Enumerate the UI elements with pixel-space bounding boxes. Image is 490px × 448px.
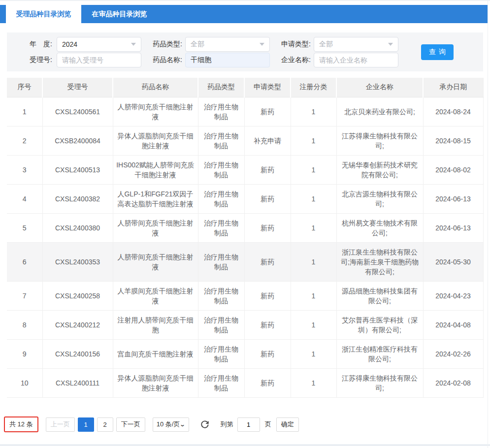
- chevron-down-icon: [388, 43, 393, 46]
- cell-seq: 9: [7, 339, 42, 368]
- confirm-button[interactable]: 确定: [276, 417, 299, 432]
- col-drug-name: 药品名称: [113, 78, 198, 97]
- filter-row-1: 年 度: 2024 药品类型: 全部 申请类型: 全部: [7, 36, 483, 52]
- cell-apply-type: 新药: [244, 242, 291, 281]
- cell-apply-type: 补充申请: [244, 126, 291, 155]
- cell-date: 2024-08-02: [423, 155, 483, 184]
- col-accept-no: 受理号: [42, 78, 113, 97]
- col-apply-type: 申请类型: [244, 78, 291, 97]
- table-row: 2 CXSB2400084 异体人源脂肪间充质干细胞注射液 治疗用生物制品 补充…: [7, 126, 483, 155]
- cell-reg-class: 1: [291, 126, 336, 155]
- page-size-value: 10 条/页: [157, 420, 180, 429]
- cell-date: 2024-02-26: [423, 339, 483, 368]
- cell-reg-class: 1: [291, 339, 336, 368]
- cell-drug-name: 异体人源脂肪间充质干细胞注射液: [113, 368, 198, 397]
- apply-type-select[interactable]: 全部: [314, 37, 398, 52]
- total-count-badge: 共 12 条: [4, 416, 38, 432]
- refresh-icon[interactable]: [200, 419, 211, 430]
- cell-drug-type: 治疗用生物制品: [198, 281, 244, 310]
- goto-page-input[interactable]: [237, 417, 260, 432]
- col-company: 企业名称: [336, 78, 423, 97]
- cell-accept-no: CXSL2400156: [42, 339, 113, 368]
- cell-drug-name: 宫血间充质干细胞注射液: [113, 339, 198, 368]
- cell-reg-class: 1: [291, 213, 336, 242]
- col-date: 承办日期: [423, 78, 483, 97]
- filter-row-2: 受理号: 药品名称: 企业名称:: [7, 52, 483, 68]
- table-row: 3 CXSL2400513 IHS002赋能人脐带间充质干细胞注射液 治疗用生物…: [7, 155, 483, 184]
- cell-reg-class: 1: [291, 281, 336, 310]
- table-row: 7 CXSL2400258 人羊膜间充质干细胞注射液 治疗用生物制品 新药 1 …: [7, 281, 483, 310]
- chevron-down-icon: [260, 43, 264, 46]
- company-input[interactable]: [314, 53, 398, 67]
- cell-reg-class: 1: [291, 368, 336, 397]
- cell-date: 2024-02-08: [423, 368, 483, 397]
- cell-drug-name: 异体人源脂肪间充质干细胞注射液: [113, 126, 198, 155]
- cell-accept-no: CXSL2400353: [42, 242, 113, 281]
- cell-drug-type: 治疗用生物制品: [198, 368, 244, 397]
- cell-company: 源品细胞生物科技集团有限公司;: [336, 281, 423, 310]
- cell-date: 2024-06-13: [423, 213, 483, 242]
- tab-bar: 受理品种目录浏览 在审品种目录浏览: [0, 5, 488, 23]
- cell-drug-type: 治疗用生物制品: [198, 97, 244, 126]
- page-button-2[interactable]: 2: [97, 417, 113, 432]
- cell-accept-no: CXSL2400561: [42, 97, 113, 126]
- drug-name-input[interactable]: [185, 53, 270, 67]
- drug-name-label: 药品名称:: [147, 56, 182, 64]
- cell-apply-type: 新药: [244, 281, 291, 310]
- tab-accepted-catalog[interactable]: 受理品种目录浏览: [6, 5, 81, 23]
- cell-date: 2024-06-13: [423, 184, 483, 213]
- page-button-1[interactable]: 1: [78, 417, 94, 432]
- cell-accept-no: CXSL2400212: [42, 310, 113, 339]
- apply-type-label: 申请类型:: [275, 40, 311, 49]
- table-row: 8 CXSL2400212 注射用人脐带间充质干细胞 治疗用生物制品 新药 1 …: [7, 310, 483, 339]
- year-label: 年 度:: [24, 40, 52, 49]
- cell-apply-type: 新药: [244, 339, 291, 368]
- col-drug-type: 药品类型: [198, 78, 244, 97]
- cell-drug-type: 治疗用生物制品: [198, 213, 244, 242]
- cell-accept-no: CXSB2400084: [42, 126, 113, 155]
- bottom-divider: [0, 445, 490, 446]
- results-table-wrap: 序号 受理号 药品名称 药品类型 申请类型 注册分类 企业名称 承办日期 1 C…: [7, 78, 483, 398]
- next-page-button[interactable]: 下一页: [116, 417, 145, 432]
- cell-seq: 6: [7, 242, 42, 281]
- cell-drug-type: 治疗用生物制品: [198, 155, 244, 184]
- cell-date: 2024-08-15: [423, 126, 483, 155]
- cell-company: 杭州易文赛生物技术有限公司;: [336, 213, 423, 242]
- year-select[interactable]: 2024: [57, 37, 141, 52]
- table-row: 1 CXSL2400561 人脐带间充质干细胞注射液 治疗用生物制品 新药 1 …: [7, 97, 483, 126]
- cell-drug-type: 治疗用生物制品: [198, 310, 244, 339]
- cell-date: 2024-05-30: [423, 242, 483, 281]
- cell-date: 2024-04-08: [423, 310, 483, 339]
- search-button[interactable]: 查询: [421, 44, 454, 60]
- cell-apply-type: 新药: [244, 184, 291, 213]
- cell-reg-class: 1: [291, 242, 336, 281]
- cell-accept-no: CXSL2400382: [42, 184, 113, 213]
- accept-no-input[interactable]: [57, 53, 141, 67]
- prev-page-button[interactable]: 上一页: [46, 417, 75, 432]
- cell-drug-name: 人羊膜间充质干细胞注射液: [113, 281, 198, 310]
- cell-company: 艾尔普再生医学科技（深圳）有限公司;: [336, 310, 423, 339]
- cell-seq: 10: [7, 368, 42, 397]
- cell-apply-type: 新药: [244, 368, 291, 397]
- col-reg-class: 注册分类: [291, 78, 336, 97]
- page-size-select[interactable]: 10 条/页 ⌄: [153, 417, 189, 432]
- apply-type-value: 全部: [319, 40, 333, 49]
- tab-under-review-catalog[interactable]: 在审品种目录浏览: [81, 5, 158, 23]
- cell-apply-type: 新药: [244, 213, 291, 242]
- cell-reg-class: 1: [291, 184, 336, 213]
- cell-drug-type: 治疗用生物制品: [198, 339, 244, 368]
- cell-drug-name: 人脐带间充质干细胞注射液: [113, 242, 198, 281]
- results-table: 序号 受理号 药品名称 药品类型 申请类型 注册分类 企业名称 承办日期 1 C…: [7, 78, 484, 398]
- table-header-row: 序号 受理号 药品名称 药品类型 申请类型 注册分类 企业名称 承办日期: [7, 78, 483, 97]
- cell-seq: 8: [7, 310, 42, 339]
- cell-accept-no: CXSL2400111: [42, 368, 113, 397]
- cell-accept-no: CXSL2400258: [42, 281, 113, 310]
- cell-drug-name: 人GLP-1和FGF21双因子高表达脂肪干细胞注射液: [113, 184, 198, 213]
- table-row: 5 CXSL2400380 人脐带间充质干细胞注射液 治疗用生物制品 新药 1 …: [7, 213, 483, 242]
- cell-seq: 7: [7, 281, 42, 310]
- drug-type-value: 全部: [191, 40, 204, 49]
- cell-drug-type: 治疗用生物制品: [198, 126, 244, 155]
- cell-reg-class: 1: [291, 97, 336, 126]
- drug-type-label: 药品类型:: [147, 40, 182, 49]
- drug-type-select[interactable]: 全部: [185, 37, 270, 52]
